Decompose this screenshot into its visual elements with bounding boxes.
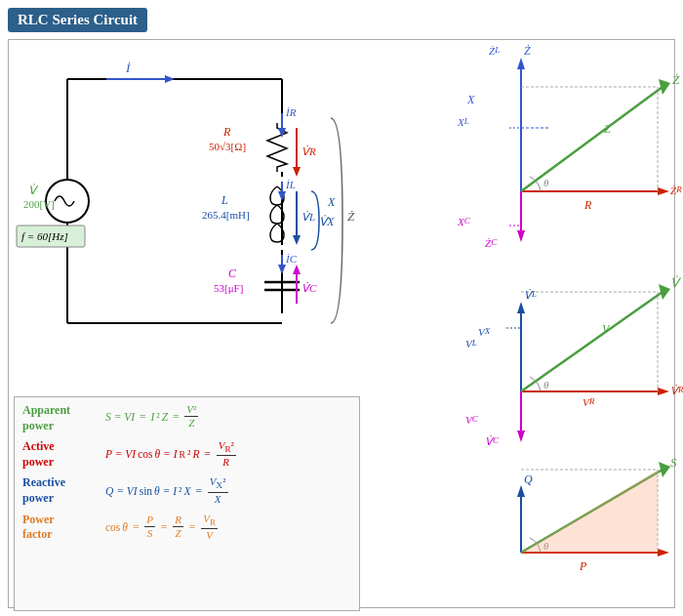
svg-marker-21 xyxy=(293,235,301,245)
svg-text:V̇R: V̇R xyxy=(301,144,316,157)
svg-text:İC: İC xyxy=(285,253,298,265)
svg-marker-2 xyxy=(165,75,175,83)
svg-marker-73 xyxy=(517,431,525,442)
active-power-expr: P = VIcosθ = IR²R = VR²R xyxy=(105,439,237,469)
svg-text:XC: XC xyxy=(457,216,471,227)
main-content: İ V̇ 200[V] f = 60[Hz] R 50√3[Ω] İR V̇R … xyxy=(8,39,675,608)
power-factor-expr: cosθ = PS = RZ = VRV xyxy=(105,513,219,542)
svg-text:V̇L: V̇L xyxy=(524,288,537,301)
active-power-label: Activepower xyxy=(22,439,105,470)
svg-marker-98 xyxy=(521,470,658,553)
svg-text:265.4[mH]: 265.4[mH] xyxy=(202,209,250,221)
svg-text:R: R xyxy=(222,125,231,139)
page-title: RLC Series Circuit xyxy=(8,8,147,32)
left-panel: İ V̇ 200[V] f = 60[Hz] R 50√3[Ω] İR V̇R … xyxy=(9,40,370,607)
svg-text:İ: İ xyxy=(125,61,131,75)
svg-line-52 xyxy=(521,87,663,191)
svg-text:X: X xyxy=(327,195,336,209)
svg-text:Ż: Ż xyxy=(347,209,355,224)
svg-text:f = 60[Hz]: f = 60[Hz] xyxy=(21,230,68,242)
right-panel: θ Ż ŻL ŻC ŻR Ż XL XC X R Z xyxy=(370,40,674,607)
svg-text:ŻC: ŻC xyxy=(485,237,498,249)
svg-text:V̇C: V̇C xyxy=(485,434,500,447)
svg-text:Q: Q xyxy=(524,472,533,486)
svg-text:İR: İR xyxy=(285,106,297,118)
svg-text:θ: θ xyxy=(543,177,549,188)
svg-text:V̇L: V̇L xyxy=(301,210,315,223)
svg-text:VX: VX xyxy=(478,326,491,338)
svg-marker-77 xyxy=(659,284,670,300)
circuit-svg: İ V̇ 200[V] f = 60[Hz] R 50√3[Ω] İR V̇R … xyxy=(9,40,370,391)
reactive-power-label: Reactivepower xyxy=(22,475,105,506)
svg-marker-19 xyxy=(278,191,286,201)
svg-text:V̇: V̇ xyxy=(28,184,39,197)
svg-marker-23 xyxy=(278,265,286,274)
apparent-power-label: Apparentpower xyxy=(22,403,105,433)
svg-text:L: L xyxy=(221,193,228,207)
svg-text:ŻL: ŻL xyxy=(489,45,500,57)
svg-text:V̇C: V̇C xyxy=(301,281,317,294)
svg-marker-53 xyxy=(659,79,670,95)
svg-text:Ż: Ż xyxy=(672,72,680,87)
svg-marker-51 xyxy=(658,187,669,195)
svg-line-76 xyxy=(521,292,663,391)
reactive-power-row: Reactivepower Q = VIsinθ = I²X = VX²X xyxy=(22,475,351,506)
apparent-power-row: Apparentpower S = VI = I²Z = V²Z xyxy=(22,403,351,433)
svg-text:R: R xyxy=(583,198,592,212)
svg-text:53[μF]: 53[μF] xyxy=(214,282,243,294)
svg-marker-94 xyxy=(658,549,669,556)
phasor-svg: θ Ż ŻL ŻC ŻR Ż XL XC X R Z xyxy=(370,40,683,616)
svg-marker-47 xyxy=(517,58,525,69)
svg-text:V̇: V̇ xyxy=(670,275,682,290)
svg-text:V̇X: V̇X xyxy=(319,215,335,228)
svg-text:ŻR: ŻR xyxy=(670,185,682,196)
svg-marker-92 xyxy=(517,485,525,497)
power-factor-row: Powerfactor cosθ = PS = RZ = VRV xyxy=(22,513,351,543)
svg-text:VL: VL xyxy=(465,338,477,349)
svg-text:S: S xyxy=(670,455,677,470)
svg-marker-25 xyxy=(293,265,301,274)
svg-text:X: X xyxy=(466,93,475,106)
svg-text:Z: Z xyxy=(604,122,611,136)
reactive-power-expr: Q = VIsinθ = I²X = VX²X xyxy=(105,475,229,505)
svg-text:200[V]: 200[V] xyxy=(23,198,55,210)
svg-marker-75 xyxy=(658,388,669,395)
active-power-row: Activepower P = VIcosθ = IR²R = VR²R xyxy=(22,439,351,470)
svg-text:P: P xyxy=(579,559,587,573)
formulas-box: Apparentpower S = VI = I²Z = V²Z Activep… xyxy=(14,396,360,611)
svg-text:Ż: Ż xyxy=(524,44,531,58)
svg-text:VR: VR xyxy=(583,396,595,408)
svg-marker-71 xyxy=(517,302,525,313)
svg-text:İL: İL xyxy=(285,179,296,190)
svg-text:50√3[Ω]: 50√3[Ω] xyxy=(209,141,246,152)
svg-marker-49 xyxy=(517,230,525,242)
apparent-power-expr: S = VI = I²Z = V²Z xyxy=(105,403,199,430)
svg-text:C: C xyxy=(228,267,237,280)
svg-text:VC: VC xyxy=(465,414,479,426)
svg-text:XL: XL xyxy=(457,116,469,128)
circuit-area: İ V̇ 200[V] f = 60[Hz] R 50√3[Ω] İR V̇R … xyxy=(9,40,370,391)
svg-text:θ: θ xyxy=(543,379,549,390)
power-factor-label: Powerfactor xyxy=(22,513,105,543)
svg-text:V̇R: V̇R xyxy=(670,384,683,396)
